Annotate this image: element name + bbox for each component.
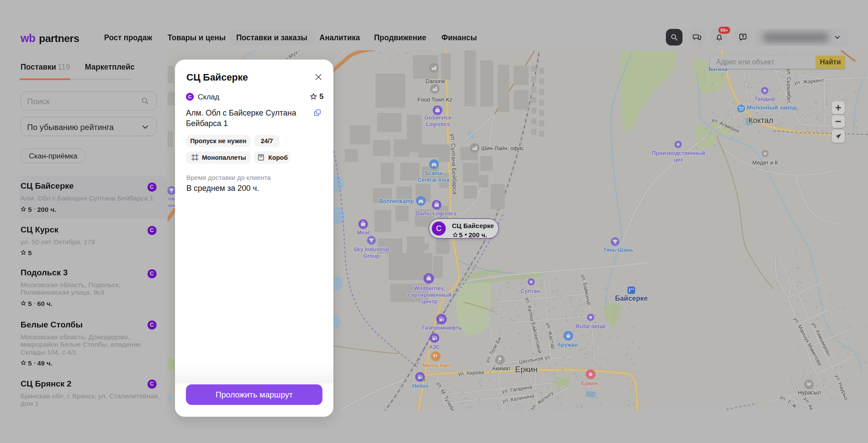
svg-text:сортировочный: сортировочный <box>408 292 451 298</box>
svg-text:Коктал: Коктал <box>748 116 773 125</box>
svg-text:Central Asia: Central Asia <box>418 177 450 183</box>
svg-text:АЗС: АЗС <box>429 344 440 350</box>
svg-text:Байсерке: Байсерке <box>615 295 648 302</box>
svg-text:Аружан: Аружан <box>557 342 578 348</box>
svg-text:Газпромнефть: Газпромнефть <box>422 325 462 331</box>
svg-text:ул. Сырымбет: ул. Сырымбет <box>786 69 792 103</box>
svg-text:Производственный: Производственный <box>652 150 705 156</box>
svg-text:Merey hall: Merey hall <box>422 362 449 369</box>
svg-text:центр: центр <box>422 299 438 305</box>
svg-text:Султан: Султан <box>521 288 540 294</box>
svg-text:Wildberries,: Wildberries, <box>414 285 445 292</box>
svg-text:Bohnenkamp: Bohnenkamp <box>379 198 414 204</box>
svg-text:Нурасыл: Нурасыл <box>798 390 821 396</box>
svg-text:Еркин: Еркин <box>515 365 537 374</box>
svg-text:Scania: Scania <box>425 170 443 176</box>
svg-text:Медет и К: Медет и К <box>752 160 778 166</box>
svg-text:Mirel: Mirel <box>357 230 369 236</box>
svg-text:Group: Group <box>363 253 380 259</box>
svg-text:Шин-Лайн, офис: Шин-Лайн, офис <box>481 145 524 151</box>
svg-text:Тянь-Шань: Тянь-Шань <box>603 247 634 253</box>
svg-text:Food Town Kz: Food Town Kz <box>417 97 452 103</box>
svg-text:Sky Industrial: Sky Industrial <box>354 246 389 253</box>
svg-text:Еркин: Еркин <box>581 380 597 387</box>
svg-text:Helios: Helios <box>412 383 429 389</box>
svg-text:GoService: GoService <box>424 115 452 121</box>
svg-text:Damu Logistics: Damu Logistics <box>416 211 456 217</box>
svg-text:Молочный завод: Молочный завод <box>747 104 797 111</box>
svg-text:цех: цех <box>674 157 683 163</box>
svg-text:Тандыр: Тандыр <box>754 96 775 102</box>
svg-text:Logistics: Logistics <box>426 121 450 127</box>
svg-text:Rufat detail: Rufat detail <box>576 323 606 330</box>
svg-text:Danone: Danone <box>426 78 445 84</box>
svg-text:Акимат: Акимат <box>492 366 511 372</box>
